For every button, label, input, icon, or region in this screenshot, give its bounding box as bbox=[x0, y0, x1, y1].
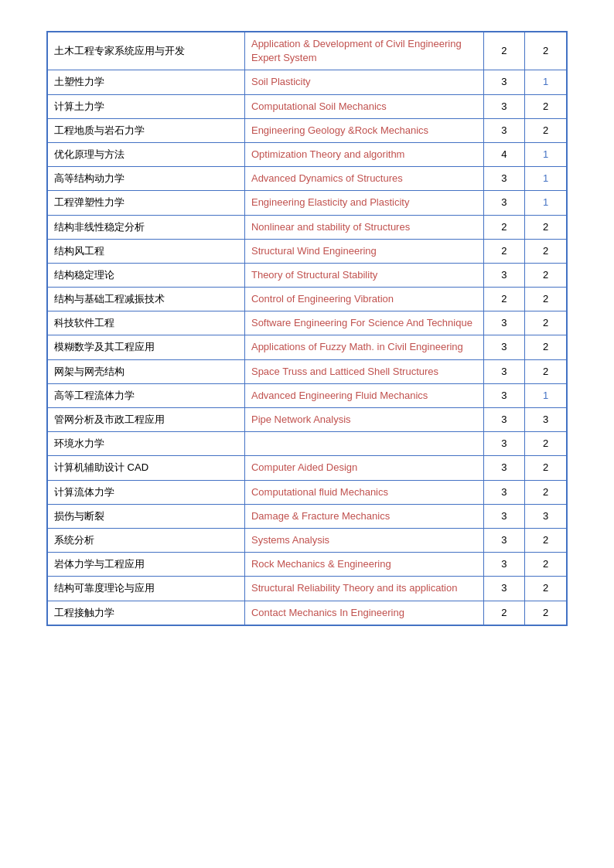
english-name: Computer Aided Design bbox=[244, 456, 483, 480]
credit-type: 2 bbox=[525, 215, 567, 239]
table-row: 结构非线性稳定分析Nonlinear and stability of Stru… bbox=[48, 215, 567, 239]
english-name: Structural Wind Engineering bbox=[244, 239, 483, 263]
chinese-name: 岩体力学与工程应用 bbox=[48, 553, 245, 577]
chinese-name: 土塑性力学 bbox=[48, 70, 245, 94]
credit-hours: 4 bbox=[483, 142, 525, 166]
english-name: Nonlinear and stability of Structures bbox=[244, 215, 483, 239]
english-name: Damage & Fracture Mechanics bbox=[244, 504, 483, 528]
table-row: 土塑性力学Soil Plasticity31 bbox=[48, 70, 567, 94]
english-name: Engineering Geology &Rock Mechanics bbox=[244, 118, 483, 142]
english-name: Computational fluid Mechanics bbox=[244, 480, 483, 504]
chinese-name: 优化原理与方法 bbox=[48, 142, 245, 166]
chinese-name: 计算土力学 bbox=[48, 94, 245, 118]
english-name: Space Truss and Latticed Shell Structure… bbox=[244, 359, 483, 383]
english-name: Advanced Engineering Fluid Mechanics bbox=[244, 383, 483, 407]
credit-hours: 2 bbox=[483, 215, 525, 239]
credit-hours: 3 bbox=[483, 408, 525, 432]
credit-type: 2 bbox=[525, 118, 567, 142]
table-row: 工程地质与岩石力学Engineering Geology &Rock Mecha… bbox=[48, 118, 567, 142]
chinese-name: 结构可靠度理论与应用 bbox=[48, 577, 245, 601]
credit-hours: 3 bbox=[483, 504, 525, 528]
credit-type: 2 bbox=[525, 288, 567, 311]
credit-type: 1 bbox=[525, 142, 567, 166]
credit-hours: 3 bbox=[483, 480, 525, 504]
english-name: Software Engineering For Science And Tec… bbox=[244, 311, 483, 335]
english-name: Engineering Elasticity and Plasticity bbox=[244, 191, 483, 215]
credit-type: 2 bbox=[525, 528, 567, 552]
english-name: Soil Plasticity bbox=[244, 70, 483, 94]
chinese-name: 结构风工程 bbox=[48, 239, 245, 263]
table-row: 管网分析及市政工程应用Pipe Network Analysis33 bbox=[48, 408, 567, 432]
chinese-name: 科技软件工程 bbox=[48, 311, 245, 335]
chinese-name: 计算流体力学 bbox=[48, 480, 245, 504]
table-row: 工程弹塑性力学Engineering Elasticity and Plasti… bbox=[48, 191, 567, 215]
table-row: 系统分析Systems Analysis32 bbox=[48, 528, 567, 552]
credit-hours: 3 bbox=[483, 118, 525, 142]
credit-type: 1 bbox=[525, 167, 567, 191]
english-name: Rock Mechanics & Engineering bbox=[244, 553, 483, 577]
chinese-name: 损伤与断裂 bbox=[48, 504, 245, 528]
chinese-name: 结构非线性稳定分析 bbox=[48, 215, 245, 239]
chinese-name: 高等结构动力学 bbox=[48, 167, 245, 191]
table-row: 优化原理与方法Optimization Theory and algorithm… bbox=[48, 142, 567, 166]
credit-type: 3 bbox=[525, 408, 567, 432]
credit-type: 2 bbox=[525, 32, 567, 70]
english-name: Structural Reliability Theory and its ap… bbox=[244, 577, 483, 601]
credit-hours: 3 bbox=[483, 432, 525, 456]
table-row: 结构与基础工程减振技术Control of Engineering Vibrat… bbox=[48, 288, 567, 311]
credit-hours: 3 bbox=[483, 191, 525, 215]
chinese-name: 结构稳定理论 bbox=[48, 263, 245, 287]
credit-hours: 2 bbox=[483, 239, 525, 263]
english-name: Computational Soil Mechanics bbox=[244, 94, 483, 118]
chinese-name: 高等工程流体力学 bbox=[48, 383, 245, 407]
table-row: 网架与网壳结构Space Truss and Latticed Shell St… bbox=[48, 359, 567, 383]
credit-type: 2 bbox=[525, 94, 567, 118]
table-row: 高等结构动力学Advanced Dynamics of Structures31 bbox=[48, 167, 567, 191]
credit-type: 1 bbox=[525, 383, 567, 407]
table-row: 结构可靠度理论与应用Structural Reliability Theory … bbox=[48, 577, 567, 601]
credit-type: 2 bbox=[525, 263, 567, 287]
credit-type: 2 bbox=[525, 553, 567, 577]
chinese-name: 工程弹塑性力学 bbox=[48, 191, 245, 215]
table-row: 土木工程专家系统应用与开发Application & Development o… bbox=[48, 32, 567, 70]
credit-type: 1 bbox=[525, 70, 567, 94]
credit-hours: 3 bbox=[483, 456, 525, 480]
chinese-name: 模糊数学及其工程应用 bbox=[48, 335, 245, 359]
credit-hours: 3 bbox=[483, 167, 525, 191]
table-row: 计算机辅助设计 CADComputer Aided Design32 bbox=[48, 456, 567, 480]
credit-hours: 3 bbox=[483, 335, 525, 359]
credit-hours: 2 bbox=[483, 601, 525, 625]
credit-type: 2 bbox=[525, 335, 567, 359]
chinese-name: 系统分析 bbox=[48, 528, 245, 552]
chinese-name: 管网分析及市政工程应用 bbox=[48, 408, 245, 432]
english-name: Optimization Theory and algorithm bbox=[244, 142, 483, 166]
english-name: Applications of Fuzzy Math. in Civil Eng… bbox=[244, 335, 483, 359]
english-name: Pipe Network Analysis bbox=[244, 408, 483, 432]
credit-type: 3 bbox=[525, 504, 567, 528]
table-row: 高等工程流体力学Advanced Engineering Fluid Mecha… bbox=[48, 383, 567, 407]
credit-type: 2 bbox=[525, 311, 567, 335]
chinese-name: 工程接触力学 bbox=[48, 601, 245, 625]
table-row: 结构稳定理论Theory of Structural Stability32 bbox=[48, 263, 567, 287]
english-name: Contact Mechanics In Engineering bbox=[244, 601, 483, 625]
chinese-name: 结构与基础工程减振技术 bbox=[48, 288, 245, 311]
english-name: Theory of Structural Stability bbox=[244, 263, 483, 287]
chinese-name: 工程地质与岩石力学 bbox=[48, 118, 245, 142]
credit-hours: 3 bbox=[483, 359, 525, 383]
table-row: 模糊数学及其工程应用Applications of Fuzzy Math. in… bbox=[48, 335, 567, 359]
credit-hours: 3 bbox=[483, 528, 525, 552]
english-name bbox=[244, 432, 483, 456]
credit-type: 2 bbox=[525, 456, 567, 480]
credit-hours: 3 bbox=[483, 311, 525, 335]
credit-type: 2 bbox=[525, 359, 567, 383]
credit-hours: 3 bbox=[483, 94, 525, 118]
main-table: 土木工程专家系统应用与开发Application & Development o… bbox=[46, 31, 568, 626]
table-row: 岩体力学与工程应用Rock Mechanics & Engineering32 bbox=[48, 553, 567, 577]
table-row: 计算土力学Computational Soil Mechanics32 bbox=[48, 94, 567, 118]
table-row: 损伤与断裂Damage & Fracture Mechanics33 bbox=[48, 504, 567, 528]
english-name: Systems Analysis bbox=[244, 528, 483, 552]
english-name: Advanced Dynamics of Structures bbox=[244, 167, 483, 191]
table-row: 工程接触力学Contact Mechanics In Engineering22 bbox=[48, 601, 567, 625]
credit-type: 2 bbox=[525, 239, 567, 263]
chinese-name: 土木工程专家系统应用与开发 bbox=[48, 32, 245, 70]
